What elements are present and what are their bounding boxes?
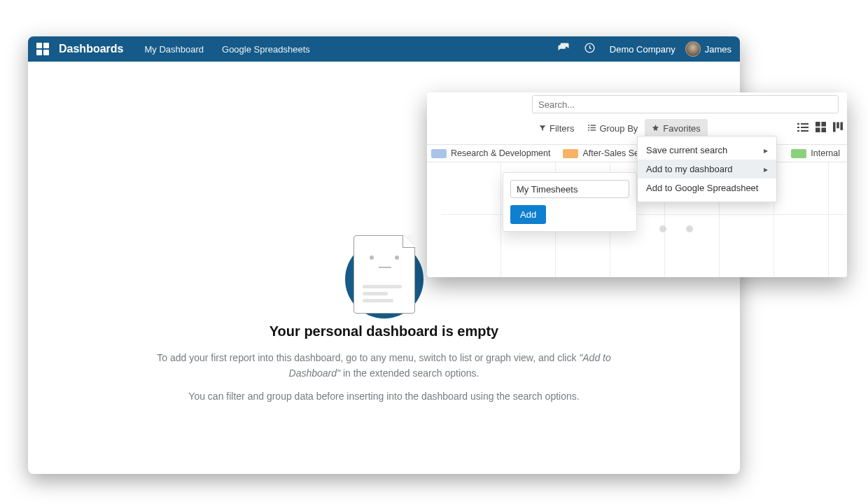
user-name[interactable]: James — [705, 44, 732, 55]
legend-internal: Internal — [811, 148, 840, 158]
empty-help-2: You can filter and group data before ins… — [139, 391, 629, 402]
add-to-dashboard-panel: Add — [503, 172, 637, 232]
menu-my-dashboard[interactable]: My Dashboard — [144, 44, 204, 55]
search-input[interactable] — [538, 99, 832, 110]
svg-rect-4 — [591, 127, 596, 127]
empty-title: Your personal dashboard is empty — [28, 323, 740, 340]
fav-add-sheet-label: Add to Google Spreadsheet — [646, 183, 758, 193]
app-header: Dashboards My Dashboard Google Spreadshe… — [28, 36, 740, 62]
svg-rect-19 — [841, 122, 844, 130]
favorites-button[interactable]: Favorites — [645, 119, 707, 138]
dashboard-name-input[interactable] — [510, 180, 629, 198]
svg-rect-12 — [801, 130, 808, 132]
chat-icon[interactable] — [557, 42, 570, 57]
kanban-view-icon[interactable] — [833, 122, 843, 135]
list-view-icon[interactable] — [797, 122, 808, 135]
search-field-wrapper[interactable] — [532, 95, 839, 113]
chevron-right-icon: ▸ — [764, 146, 768, 155]
empty-document-icon — [354, 235, 415, 314]
search-overlay: Filters Group By Favorites Research & De — [427, 92, 847, 277]
favorites-dropdown: Save current search ▸ Add to my dashboar… — [637, 136, 777, 202]
svg-rect-9 — [797, 127, 799, 128]
add-button[interactable]: Add — [510, 205, 546, 224]
apps-icon[interactable] — [36, 43, 49, 55]
empty-help-1: To add your first report into this dashb… — [139, 350, 629, 381]
group-by-button[interactable]: Group By — [581, 119, 645, 138]
svg-rect-11 — [797, 130, 799, 132]
svg-rect-3 — [588, 127, 589, 127]
group-by-label: Group By — [599, 123, 638, 134]
svg-rect-1 — [588, 125, 589, 125]
svg-rect-16 — [821, 127, 826, 132]
menu-google-spreadsheets[interactable]: Google Spreadsheets — [222, 44, 310, 55]
filters-button[interactable]: Filters — [532, 119, 581, 138]
star-icon — [652, 124, 659, 134]
svg-rect-10 — [801, 127, 808, 128]
svg-rect-17 — [833, 122, 836, 132]
svg-rect-7 — [797, 123, 799, 125]
avatar[interactable] — [685, 41, 701, 57]
fav-save-label: Save current search — [646, 145, 727, 155]
fav-save-search[interactable]: Save current search ▸ — [638, 141, 776, 160]
svg-rect-14 — [821, 122, 826, 127]
legend-rd: Research & Development — [451, 148, 550, 158]
svg-rect-8 — [801, 123, 808, 125]
fav-add-spreadsheet[interactable]: Add to Google Spreadsheet — [638, 178, 776, 197]
legend-color-internal — [791, 149, 806, 158]
svg-rect-5 — [588, 130, 589, 130]
chevron-right-icon: ▸ — [764, 164, 768, 174]
svg-rect-6 — [591, 130, 596, 130]
grid-view-icon[interactable] — [816, 122, 826, 135]
legend-color-after-sales — [563, 149, 578, 158]
funnel-icon — [539, 124, 546, 134]
fav-add-dashboard[interactable]: Add to my dashboard ▸ — [638, 160, 776, 178]
app-title: Dashboards — [59, 43, 123, 55]
company-name[interactable]: Demo Company — [610, 44, 676, 55]
list-icon — [588, 124, 596, 134]
empty-help-1a: To add your first report into this dashb… — [157, 352, 579, 363]
favorites-label: Favorites — [663, 123, 700, 134]
legend-after-sales: After-Sales Ser — [582, 148, 642, 158]
view-switcher — [797, 122, 843, 135]
search-toolbar: Filters Group By Favorites — [532, 119, 708, 138]
grid-dot — [659, 225, 666, 232]
clock-icon[interactable] — [584, 42, 596, 56]
fav-add-dash-label: Add to my dashboard — [646, 164, 733, 174]
svg-rect-15 — [816, 127, 820, 132]
filters-label: Filters — [550, 123, 574, 134]
svg-rect-13 — [816, 122, 820, 127]
svg-rect-18 — [836, 122, 839, 129]
empty-help-1c: in the extended search options. — [340, 368, 479, 379]
grid-dot — [686, 225, 693, 232]
legend-color-rd — [431, 149, 447, 158]
svg-rect-2 — [591, 125, 596, 125]
